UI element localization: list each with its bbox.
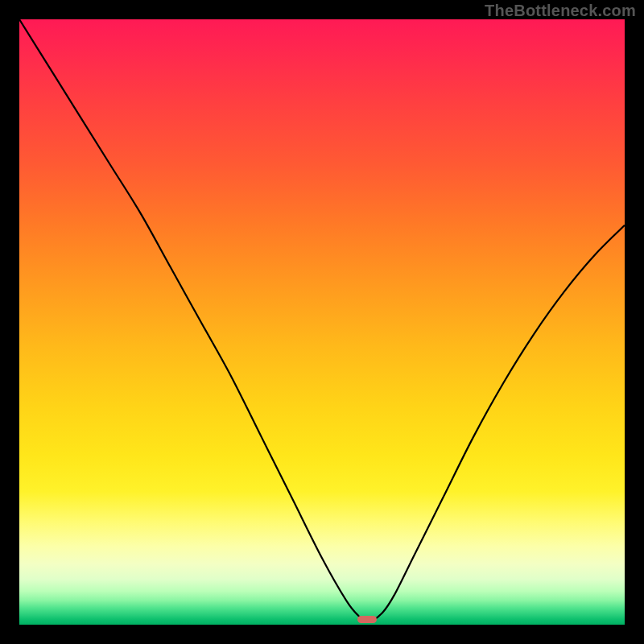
optimal-point-marker	[357, 616, 377, 623]
watermark-text: TheBottleneck.com	[485, 2, 636, 20]
plot-area	[19, 19, 625, 625]
chart-frame: TheBottleneck.com	[0, 0, 644, 644]
bottleneck-curve	[19, 19, 625, 625]
bottleneck-curve-path	[19, 19, 625, 621]
